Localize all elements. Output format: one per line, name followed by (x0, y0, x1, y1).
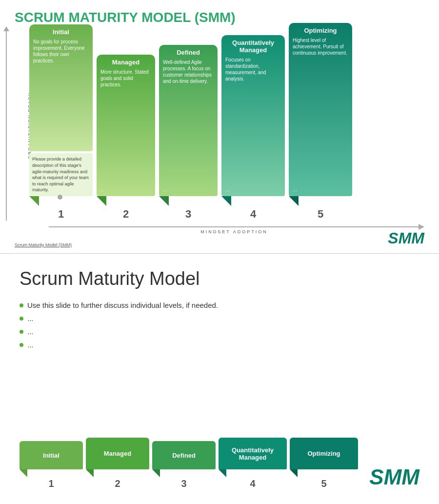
stage-1-card: Initial (20, 441, 83, 469)
top-slide-footer: Scrum Maturity Model (SMM) SMM (15, 229, 424, 247)
stage-2-number: 2 (115, 478, 120, 489)
col-4-dots: ... (225, 186, 281, 192)
stage-3: Defined 3 (152, 441, 216, 489)
stage-5-title: Optimizing (307, 450, 340, 457)
bottom-slide: Scrum Maturity Model Use this slide to f… (0, 254, 439, 504)
col-1-extra: Please provide a detailed description of… (29, 153, 93, 196)
bullet-item-3: ... (20, 341, 419, 349)
stage-5: Optimizing 5 (290, 438, 358, 489)
col-1: Initial No goals for process improvement… (29, 24, 93, 221)
col-4-tab (221, 196, 231, 206)
bullet-text-3: ... (27, 341, 34, 349)
bullet-text-2: ... (27, 327, 34, 336)
col-5-dots: ... (293, 186, 348, 192)
col-5-desc: Highest level of achievement. Pursuit of… (293, 37, 348, 184)
stage-4-number: 4 (250, 478, 255, 489)
col-1-card: Initial No goals for process improvement… (29, 24, 93, 151)
col-2-dots: ... (100, 186, 151, 192)
stage-3-tab (152, 469, 160, 477)
smm-logo-top: SMM (388, 229, 424, 247)
stage-4-title: Quantitatively Managed (232, 446, 274, 461)
col-5-title: Optimizing (293, 27, 348, 34)
stage-5-card: Optimizing (290, 438, 358, 469)
stage-3-card: Defined (152, 441, 216, 469)
bullet-text-0: Use this slide to further discuss indivi… (27, 301, 218, 309)
bullet-item-0: Use this slide to further discuss indivi… (20, 301, 419, 309)
col-1-title: Initial (33, 28, 89, 36)
stage-2-title: Managed (104, 450, 131, 457)
col-4: Quantitatively Managed Focuses on standa… (221, 35, 285, 221)
col-4-desc: Focuses on standardization, measurement,… (225, 57, 281, 184)
col-5: Optimizing Highest level of achievement.… (289, 23, 352, 221)
col-2-number: 2 (123, 208, 129, 221)
stage-1: Initial 1 (20, 441, 83, 489)
col-3-card: Defined Well-defined Agile processes. A … (159, 45, 218, 196)
stage-1-number: 1 (48, 478, 54, 489)
bullet-list: Use this slide to further discuss indivi… (20, 301, 419, 349)
bullet-item-1: ... (20, 314, 419, 323)
stage-4: Quantitatively Managed 4 (219, 438, 287, 489)
x-axis-line (49, 226, 419, 227)
top-slide-title: SCRUM MATURITY MODEL (SMM) (15, 10, 424, 25)
col-4-number: 4 (250, 208, 256, 221)
stage-5-tab (290, 469, 298, 477)
col-3-number: 3 (185, 208, 191, 221)
col-3-desc: Well-defined Agile processes. A focus on… (163, 59, 214, 184)
bullet-dot-1 (20, 317, 23, 321)
bullet-text-1: ... (27, 314, 34, 323)
bullet-dot-3 (20, 343, 23, 347)
footer-link: Scrum Maturity Model (SMM) (15, 242, 72, 247)
col-2-tab (97, 196, 106, 206)
stage-1-title: Initial (43, 452, 60, 459)
col-5-number: 5 (318, 208, 323, 221)
smm-logo-bottom: SMM (369, 465, 419, 489)
stage-2-card: Managed (86, 438, 149, 469)
bullet-dot-2 (20, 330, 23, 334)
col-3-title: Defined (163, 49, 214, 56)
col-4-card: Quantitatively Managed Focuses on standa… (221, 35, 285, 196)
col-5-card: Optimizing Highest level of achievement.… (289, 23, 352, 196)
x-axis-origin-dot (58, 195, 62, 200)
bottom-stages: Initial 1 Managed 2 Defined 3 (20, 438, 419, 489)
col-3-dots: ... (163, 186, 214, 192)
columns-container: Initial No goals for process improvement… (29, 30, 424, 221)
col-4-title: Quantitatively Managed (225, 39, 281, 54)
top-slide: SCRUM MATURITY MODEL (SMM) ORGANIZATION … (0, 0, 439, 254)
bottom-slide-title: Scrum Maturity Model (20, 268, 419, 289)
stage-4-card: Quantitatively Managed (219, 438, 287, 469)
col-5-tab (289, 196, 299, 206)
col-1-number: 1 (58, 208, 64, 221)
stage-1-tab (20, 469, 27, 477)
col-1-tab (29, 196, 39, 206)
stage-3-number: 3 (181, 478, 186, 489)
bullet-dot-0 (20, 303, 23, 307)
col-3-tab (159, 196, 169, 206)
stage-4-tab (219, 469, 226, 477)
col-2-card: Managed More structure. Stated goals and… (97, 55, 155, 196)
col-2: Managed More structure. Stated goals and… (97, 55, 155, 221)
col-3: Defined Well-defined Agile processes. A … (159, 45, 218, 221)
stage-3-title: Defined (172, 452, 196, 459)
stage-5-number: 5 (321, 478, 326, 489)
col-1-desc: No goals for process improvement. Everyo… (33, 39, 89, 147)
col-2-title: Managed (100, 59, 151, 66)
y-axis-arrow (6, 30, 7, 221)
bullet-item-2: ... (20, 327, 419, 336)
stage-2: Managed 2 (86, 438, 149, 489)
col-2-desc: More structure. Stated goals and solid p… (100, 69, 151, 184)
stage-2-tab (86, 469, 94, 477)
